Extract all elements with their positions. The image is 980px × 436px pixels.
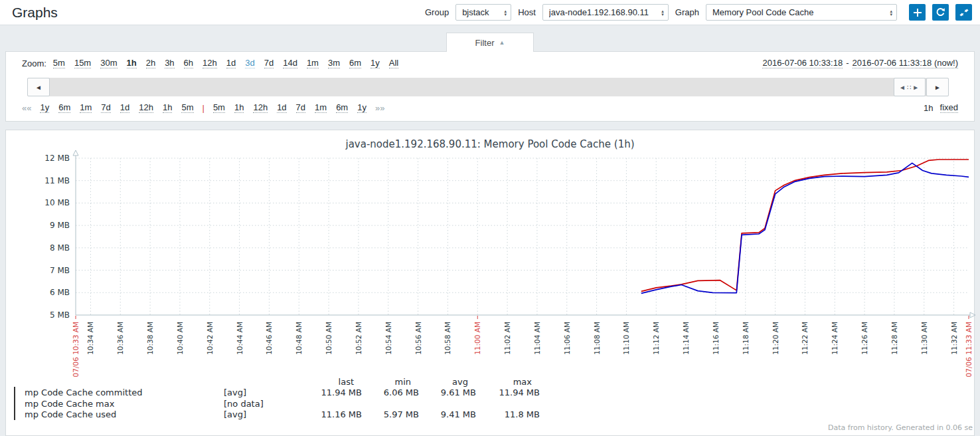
svg-text:11:02 AM: 11:02 AM — [503, 322, 511, 355]
zoom-link-1d[interactable]: 1d — [226, 58, 236, 68]
date-to-link[interactable]: 2016-07-06 11:33:18 (now!) — [853, 58, 958, 68]
nav-next-link[interactable]: »» — [375, 103, 384, 113]
filter-tab-label: Filter — [475, 38, 495, 48]
zoom-link-3m[interactable]: 3m — [328, 58, 340, 68]
svg-text:07/06 10:33 AM: 07/06 10:33 AM — [72, 322, 80, 377]
filter-tab[interactable]: Filter ▲ — [446, 33, 534, 52]
legend-header-max: max — [476, 377, 540, 387]
svg-text:11:30 AM: 11:30 AM — [920, 322, 928, 355]
legend-row: mp Code Cache used[avg]11.16 MB5.97 MB9.… — [10, 409, 540, 421]
graph-legend: lastminavgmaxmp Code Cache committed[avg… — [10, 376, 540, 420]
zoom-link-12h[interactable]: 12h — [203, 58, 217, 68]
zoom-row: Zoom: 5m15m30m1h2h3h6h12h1d3d7d14d1m3m6m… — [22, 58, 958, 68]
svg-text:11:08 AM: 11:08 AM — [593, 322, 601, 355]
host-label: Host — [518, 7, 536, 17]
svg-text:10:40 AM: 10:40 AM — [176, 322, 184, 355]
nav-forward-link-1h[interactable]: 1h — [234, 102, 244, 113]
zoom-link-30m[interactable]: 30m — [100, 58, 117, 68]
zoom-link-15m[interactable]: 15m — [74, 58, 91, 68]
page-title: Graphs — [12, 5, 58, 21]
nav-forward-link-12h[interactable]: 12h — [253, 102, 268, 113]
nav-prev-link[interactable]: «« — [22, 103, 31, 113]
arrow-right-icon: ► — [934, 84, 941, 91]
graph-select-value: Memory Pool Code Cache — [712, 7, 884, 17]
legend-series-func: [avg] — [224, 409, 298, 419]
scrollbar-right-arrow-button[interactable]: ► — [926, 78, 949, 96]
svg-text:11:26 AM: 11:26 AM — [860, 322, 868, 355]
graph-plot-area[interactable]: 12 MB11 MB10 MB9 MB8 MB7 MB6 MB5 MB07/06… — [6, 153, 975, 392]
nav-back-link-1m[interactable]: 1m — [80, 102, 92, 113]
svg-text:10:50 AM: 10:50 AM — [325, 322, 333, 355]
svg-text:11:06 AM: 11:06 AM — [563, 322, 571, 355]
nav-back-link-5m[interactable]: 5m — [181, 102, 193, 113]
svg-text:11:16 AM: 11:16 AM — [712, 322, 720, 355]
legend-series-name: mp Code Cache used — [25, 409, 224, 419]
svg-text:11:04 AM: 11:04 AM — [533, 322, 541, 355]
legend-swatch-icon — [14, 409, 15, 420]
svg-text:10:48 AM: 10:48 AM — [295, 322, 303, 355]
svg-text:11:28 AM: 11:28 AM — [890, 322, 898, 355]
add-graph-button[interactable] — [909, 4, 926, 21]
svg-text:11 MB: 11 MB — [44, 176, 70, 185]
zoom-link-6h[interactable]: 6h — [184, 58, 193, 68]
nav-forward-link-1y[interactable]: 1y — [357, 102, 367, 113]
refresh-button[interactable] — [932, 4, 949, 21]
nav-forward-link-6m[interactable]: 6m — [336, 102, 348, 113]
legend-value: 11.8 MB — [476, 409, 540, 419]
legend-value: 9.61 MB — [419, 387, 476, 397]
svg-text:10:46 AM: 10:46 AM — [265, 322, 273, 355]
nav-forward-link-5m[interactable]: 5m — [213, 102, 225, 113]
zoom-link-1h[interactable]: 1h — [127, 58, 137, 68]
nav-forward-link-7d[interactable]: 7d — [296, 102, 305, 113]
group-select[interactable]: bjstack ▴▾ — [455, 4, 511, 21]
graph-select[interactable]: Memory Pool Code Cache ▴▾ — [706, 4, 897, 21]
svg-text:10:56 AM: 10:56 AM — [414, 322, 422, 355]
nav-right-links: 5m1h12h1d7d1m6m1y — [213, 102, 367, 113]
time-nav-row: «« 1y6m1m7d1d12h1h5m | 5m1h12h1d7d1m6m1y… — [22, 102, 958, 113]
date-range-separator: - — [846, 58, 849, 68]
group-label: Group — [425, 7, 449, 17]
scrollbar-drag-handle[interactable]: ◄∷► — [894, 78, 926, 96]
nav-forward-link-1m[interactable]: 1m — [315, 102, 327, 113]
zoom-link-1y[interactable]: 1y — [370, 58, 380, 68]
graph-label: Graph — [675, 7, 699, 17]
zoom-link-3d[interactable]: 3d — [245, 58, 254, 68]
legend-series-name: mp Code Cache committed — [25, 387, 224, 397]
zoom-link-2h[interactable]: 2h — [146, 58, 155, 68]
legend-row: mp Code Cache max[no data] — [10, 398, 540, 409]
nav-separator: | — [203, 103, 204, 113]
zoom-link-1m[interactable]: 1m — [307, 58, 319, 68]
scrollbar-left-arrow-button[interactable]: ◄ — [27, 78, 50, 96]
legend-value: 6.06 MB — [362, 387, 419, 397]
time-span-label: 1h — [924, 103, 933, 113]
zoom-link-7d[interactable]: 7d — [264, 58, 274, 68]
zoom-link-all[interactable]: All — [389, 58, 398, 68]
fullscreen-button[interactable] — [955, 4, 972, 21]
nav-back-link-6m[interactable]: 6m — [58, 102, 70, 113]
fixed-link[interactable]: fixed — [940, 102, 958, 113]
nav-back-link-7d[interactable]: 7d — [101, 102, 110, 113]
svg-text:9 MB: 9 MB — [50, 221, 70, 230]
nav-back-link-1y[interactable]: 1y — [40, 102, 49, 113]
svg-text:11:00 AM: 11:00 AM — [473, 322, 481, 355]
drag-handle-icon: ◄∷► — [899, 84, 920, 91]
time-scrollbar[interactable]: ◄ ◄∷► ► — [27, 78, 949, 96]
zoom-link-6m[interactable]: 6m — [349, 58, 361, 68]
nav-forward-link-1d[interactable]: 1d — [277, 102, 286, 113]
svg-text:10:38 AM: 10:38 AM — [146, 322, 154, 355]
nav-back-link-1h[interactable]: 1h — [163, 102, 172, 113]
nav-back-link-12h[interactable]: 12h — [139, 102, 153, 113]
legend-series-func: [avg] — [224, 387, 298, 397]
zoom-link-14d[interactable]: 14d — [283, 58, 297, 68]
date-from-link[interactable]: 2016-07-06 10:33:18 — [762, 58, 843, 68]
svg-text:11:22 AM: 11:22 AM — [801, 322, 809, 355]
host-select[interactable]: java-node1.192.168.90.11 ▴▾ — [542, 4, 669, 21]
legend-header-row: lastminavgmax — [10, 376, 540, 387]
legend-header-avg: avg — [419, 377, 476, 387]
svg-text:8 MB: 8 MB — [50, 243, 70, 253]
zoom-link-3h[interactable]: 3h — [165, 58, 174, 68]
svg-text:11:20 AM: 11:20 AM — [772, 322, 779, 355]
nav-back-link-1d[interactable]: 1d — [120, 102, 129, 113]
svg-text:12 MB: 12 MB — [44, 154, 70, 163]
zoom-link-5m[interactable]: 5m — [53, 58, 65, 68]
